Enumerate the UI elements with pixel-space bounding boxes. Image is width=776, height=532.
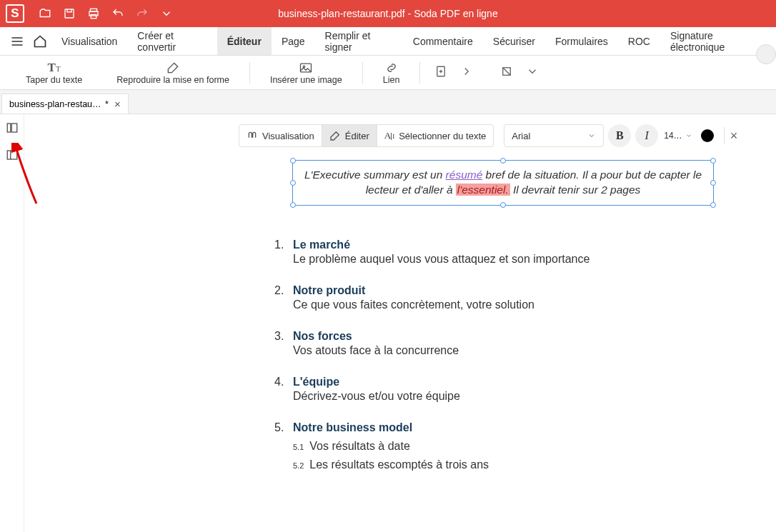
menu-roc[interactable]: ROC — [618, 27, 660, 55]
sel-purple: résumé — [446, 169, 483, 181]
svg-rect-8 — [7, 124, 11, 132]
pdf-page[interactable]: L'Executive summary est un résumé bref d… — [232, 160, 747, 532]
menu-remplir-et-signer[interactable]: Remplir et signer — [315, 27, 403, 55]
left-panel-rail — [0, 114, 24, 532]
svg-rect-9 — [11, 124, 17, 132]
document-canvas: Visualisation Éditer AI Sélectionner du … — [24, 114, 776, 532]
crop-icon[interactable] — [500, 65, 513, 80]
format-painter-button[interactable]: Reproduire la mise en forme — [116, 61, 229, 85]
font-name: Arial — [512, 131, 530, 141]
chevron-right-icon[interactable] — [460, 65, 473, 80]
outline-subtext: Vos résultats à date — [309, 440, 410, 452]
select-text-button[interactable]: AI Sélectionner du texte — [377, 124, 494, 147]
outline-desc: Vos atouts face à la concurrence — [293, 344, 705, 357]
menu-visualisation[interactable]: Visualisation — [51, 27, 127, 55]
collapse-ribbon-button[interactable] — [756, 44, 776, 64]
italic-button[interactable]: I — [635, 124, 658, 147]
menu--diteur[interactable]: Éditeur — [217, 27, 272, 55]
menu-signature-lectronique[interactable]: Signature électronique — [660, 27, 770, 55]
svg-rect-3 — [91, 15, 96, 19]
link-button[interactable]: Lien — [383, 61, 400, 85]
insert-image-button[interactable]: Insérer une image — [270, 61, 342, 85]
outline-item: 1.Le marchéLe problème auquel vous vous … — [274, 239, 705, 266]
menu-formulaires[interactable]: Formulaires — [545, 27, 618, 55]
outline-number: 1. — [274, 239, 293, 251]
menu-page[interactable]: Page — [272, 27, 315, 55]
edit-mode-label: Éditer — [345, 131, 369, 141]
window-title: business-plan-restaurant.pdf - Soda PDF … — [278, 8, 497, 19]
resize-handle[interactable] — [710, 202, 716, 208]
view-mode-label: Visualisation — [262, 131, 314, 141]
menu-s-curiser[interactable]: Sécuriser — [483, 27, 545, 55]
save-icon[interactable] — [63, 7, 76, 20]
text-edit-toolbar: Visualisation Éditer AI Sélectionner du … — [239, 123, 755, 149]
resize-handle[interactable] — [710, 158, 716, 164]
outline-desc: Ce que vous faites concrètement, votre s… — [293, 298, 705, 311]
undo-icon[interactable] — [111, 7, 124, 20]
outline-title: Le marché — [293, 239, 350, 251]
editor-ribbon: TT Taper du texte Reproduire la mise en … — [0, 56, 776, 90]
outline-number: 4. — [274, 376, 293, 388]
menu-commentaire[interactable]: Commentaire — [403, 27, 483, 55]
resize-handle[interactable] — [290, 158, 296, 164]
resize-handle[interactable] — [290, 202, 296, 208]
outline-subtext: Les résultats escomptés à trois ans — [309, 458, 489, 471]
outline-item: 3.Nos forcesVos atouts face à la concurr… — [274, 330, 705, 357]
redo-icon[interactable] — [136, 7, 149, 20]
separator — [362, 62, 363, 84]
outline-number: 2. — [274, 284, 293, 297]
outline-number: 5. — [274, 421, 293, 434]
outline-desc: Décrivez-vous et/ou votre équipe — [293, 390, 705, 403]
menu-cr-er-et-convertir[interactable]: Créer et convertir — [127, 27, 217, 55]
resize-handle[interactable] — [500, 158, 506, 164]
sel-red: l'essentiel. — [456, 184, 510, 196]
outline-subitem: 5.2Les résultats escomptés à trois ans — [293, 458, 705, 471]
add-page-icon[interactable] — [434, 65, 447, 80]
open-icon[interactable] — [39, 7, 51, 20]
bold-button[interactable]: B — [608, 124, 631, 147]
outline-title: L'équipe — [293, 376, 339, 388]
outline-title: Notre produit — [293, 284, 365, 296]
print-icon[interactable] — [87, 7, 100, 20]
close-tab-icon[interactable]: × — [114, 98, 121, 110]
outline-number: 3. — [274, 330, 293, 343]
menu-bar: VisualisationCréer et convertirÉditeurPa… — [0, 27, 776, 56]
type-text-label: Taper du texte — [26, 75, 82, 85]
dropdown-icon[interactable] — [160, 7, 173, 20]
document-tab[interactable]: business-plan-restaura… * × — [1, 94, 129, 114]
document-tab-strip: business-plan-restaura… * × — [0, 90, 776, 114]
title-bar: S business-plan-restaurant.pdf - Soda PD… — [0, 0, 776, 27]
outline-subnumber: 5.1 — [293, 443, 304, 451]
home-icon[interactable] — [33, 34, 47, 49]
thumbnails-panel-icon[interactable] — [6, 121, 19, 137]
chevron-down-icon[interactable] — [526, 65, 539, 80]
sel-text: L'Executive summary est un — [304, 169, 446, 181]
font-color-button[interactable] — [701, 129, 714, 142]
hamburger-menu-icon[interactable] — [10, 34, 24, 49]
separator — [249, 62, 250, 84]
close-toolbar-button[interactable]: × — [724, 127, 744, 144]
outline-subnumber: 5.2 — [293, 461, 304, 470]
app-logo-letter: S — [11, 6, 19, 21]
bold-label: B — [616, 129, 624, 142]
workspace: Visualisation Éditer AI Sélectionner du … — [0, 114, 776, 532]
resize-handle[interactable] — [710, 180, 716, 186]
close-icon: × — [730, 129, 738, 144]
document-outline: 1.Le marchéLe problème auquel vous vous … — [274, 239, 705, 490]
outline-subitem: 5.1Vos résultats à date — [293, 440, 705, 453]
outline-item: 2.Notre produitCe que vous faites concrè… — [274, 284, 705, 311]
font-size-select[interactable]: 14… — [664, 131, 692, 141]
bookmarks-panel-icon[interactable] — [6, 149, 19, 164]
app-logo: S — [6, 4, 24, 23]
link-label: Lien — [383, 75, 400, 85]
selected-text-box[interactable]: L'Executive summary est un résumé bref d… — [292, 160, 714, 206]
resize-handle[interactable] — [290, 180, 296, 186]
view-mode-button[interactable]: Visualisation — [239, 124, 322, 147]
svg-rect-0 — [65, 9, 74, 18]
edit-mode-button[interactable]: Éditer — [322, 124, 377, 147]
resize-handle[interactable] — [500, 202, 506, 208]
outline-item: 5.Notre business model5.1Vos résultats à… — [274, 421, 705, 471]
font-family-select[interactable]: Arial — [504, 124, 604, 147]
type-text-button[interactable]: TT Taper du texte — [26, 61, 82, 85]
font-size-label: 14… — [664, 131, 682, 141]
